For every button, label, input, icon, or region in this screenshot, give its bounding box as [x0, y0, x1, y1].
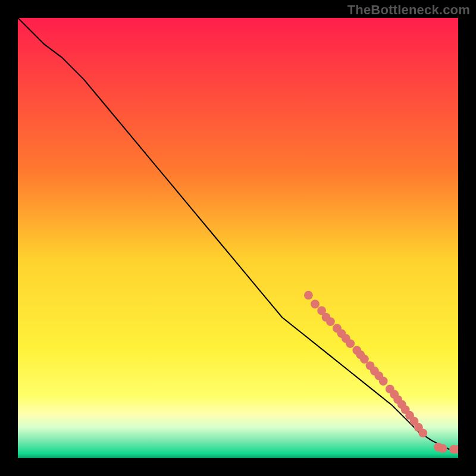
- plot-svg: [18, 18, 458, 458]
- marker-point: [304, 291, 313, 300]
- marker-point: [418, 428, 427, 437]
- watermark: TheBottleneck.com: [347, 2, 470, 18]
- marker-point: [379, 377, 388, 386]
- chart-stage: TheBottleneck.com: [0, 0, 476, 476]
- plot-area: [18, 18, 458, 458]
- marker-point: [326, 317, 335, 326]
- marker-point: [311, 300, 320, 309]
- marker-point: [346, 339, 355, 348]
- marker-point: [439, 444, 447, 453]
